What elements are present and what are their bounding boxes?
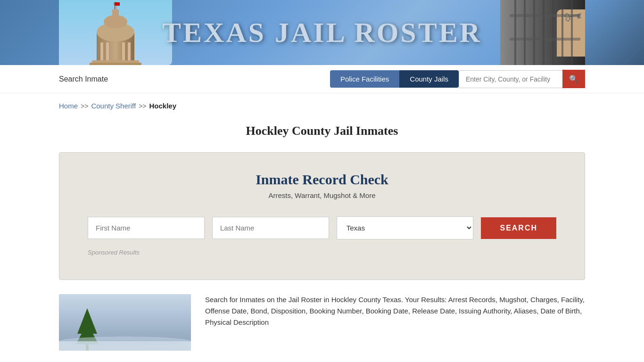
breadcrumb: Home >> County Sheriff >> Hockley <box>0 93 644 115</box>
nav-bar: Search Inmate Police Facilities County J… <box>0 65 644 93</box>
svg-rect-15 <box>115 2 120 6</box>
breadcrumb-sep-2: >> <box>139 102 146 110</box>
svg-rect-13 <box>90 63 141 65</box>
police-facilities-button[interactable]: Police Facilities <box>330 70 399 88</box>
first-name-input[interactable] <box>88 217 205 239</box>
svg-rect-18 <box>533 0 535 65</box>
county-jails-button[interactable]: County Jails <box>399 70 459 88</box>
inmate-record-check-box: Inmate Record Check Arrests, Warrant, Mu… <box>59 152 585 280</box>
last-name-input[interactable] <box>212 217 329 239</box>
landscape-svg <box>59 294 191 351</box>
header-right-image: 🗝 <box>500 0 585 65</box>
svg-rect-20 <box>552 0 554 65</box>
svg-rect-19 <box>543 0 545 65</box>
banner-title: Texas Jail Roster <box>162 17 482 48</box>
capitol-svg <box>59 0 172 65</box>
page-title-section: Hockley County Jail Inmates <box>0 115 644 152</box>
breadcrumb-sep-1: >> <box>81 102 88 110</box>
svg-rect-22 <box>571 0 573 65</box>
svg-rect-5 <box>112 9 119 23</box>
breadcrumb-county-sheriff[interactable]: County Sheriff <box>91 102 136 110</box>
svg-rect-16 <box>514 0 516 65</box>
breadcrumb-home[interactable]: Home <box>59 102 78 110</box>
sponsored-results-label: Sponsored Results <box>88 249 556 256</box>
record-check-subtitle: Arrests, Warrant, Mugshot & More <box>88 191 556 199</box>
jail-bars-svg <box>500 0 585 65</box>
svg-rect-21 <box>561 0 563 65</box>
record-search-button[interactable]: SEARCH <box>481 217 556 239</box>
bottom-section: Search for Inmates on the Jail Roster in… <box>0 280 644 362</box>
svg-rect-24 <box>510 38 580 41</box>
svg-point-26 <box>59 337 191 346</box>
state-select[interactable]: AlabamaAlaskaArizonaArkansasCaliforniaCo… <box>337 216 474 239</box>
description-text: Search for Inmates on the Jail Roster in… <box>205 294 585 328</box>
bottom-image <box>59 294 191 351</box>
svg-rect-23 <box>510 14 580 17</box>
banner-title-container: Texas Jail Roster <box>162 16 482 49</box>
svg-rect-12 <box>92 60 139 63</box>
record-check-form: AlabamaAlaskaArizonaArkansasCaliforniaCo… <box>88 216 556 239</box>
svg-rect-14 <box>115 2 115 9</box>
page-title: Hockley County Jail Inmates <box>0 124 644 138</box>
header-left-image <box>59 0 172 65</box>
facility-search-input[interactable] <box>459 70 562 88</box>
search-inmate-label: Search Inmate <box>59 75 108 83</box>
facility-search-button[interactable]: 🔍 <box>562 70 585 88</box>
search-icon: 🔍 <box>569 74 578 83</box>
svg-rect-17 <box>524 0 526 65</box>
record-check-title: Inmate Record Check <box>88 172 556 188</box>
nav-right-controls: Police Facilities County Jails 🔍 <box>330 70 585 88</box>
breadcrumb-current: Hockley <box>149 102 177 110</box>
header-banner: Texas Jail Roster 🗝 <box>0 0 644 65</box>
